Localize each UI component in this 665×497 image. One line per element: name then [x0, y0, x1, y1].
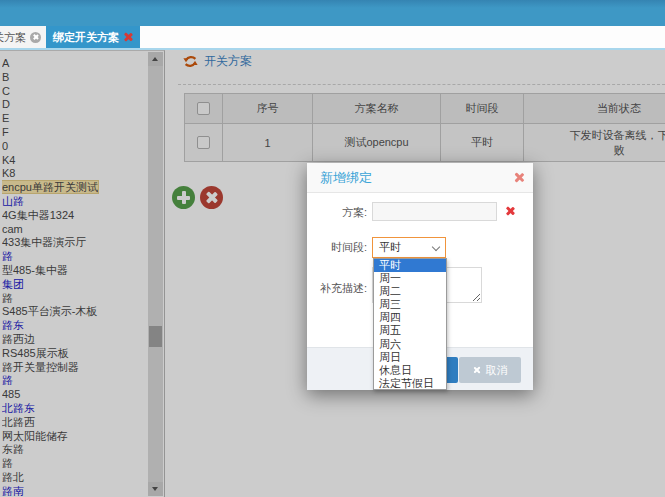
- tab-close-icon[interactable]: [123, 32, 133, 42]
- dropdown-option[interactable]: 周六: [374, 338, 446, 351]
- cancel-button[interactable]: 取消: [459, 357, 521, 383]
- chevron-down-icon: [432, 243, 440, 251]
- dropdown-option[interactable]: 周三: [374, 298, 446, 311]
- new-binding-dialog: 新增绑定 方案: 时间段: 平时 补充描述: 取消 平时周一周二周三周四周五周六…: [307, 163, 533, 390]
- tab-label: 绑定开关方案: [53, 26, 119, 48]
- period-select-value: 平时: [379, 241, 401, 253]
- dropdown-option[interactable]: 周五: [374, 324, 446, 337]
- dropdown-option[interactable]: 法定节假日: [374, 377, 446, 390]
- dropdown-option[interactable]: 周四: [374, 311, 446, 324]
- dialog-close-icon[interactable]: [513, 172, 524, 183]
- period-select[interactable]: 平时: [372, 237, 446, 258]
- dialog-header: 新增绑定: [307, 163, 533, 193]
- tab-label: 关方案: [0, 26, 26, 48]
- cancel-x-icon: [473, 366, 481, 374]
- dropdown-option[interactable]: 周二: [374, 285, 446, 298]
- dropdown-option[interactable]: 周日: [374, 351, 446, 364]
- tab-strip: 关方案 绑定开关方案: [0, 26, 665, 50]
- tab-close-icon[interactable]: [30, 32, 41, 43]
- period-dropdown: 平时周一周二周三周四周五周六周日休息日法定节假日: [373, 258, 447, 390]
- top-navigation-bar: [0, 0, 665, 26]
- dropdown-option[interactable]: 平时: [374, 259, 446, 272]
- tab-switch-plan[interactable]: 关方案: [0, 26, 48, 48]
- desc-field-label: 补充描述:: [307, 281, 367, 296]
- cancel-label: 取消: [486, 363, 508, 378]
- period-field-label: 时间段:: [307, 240, 367, 255]
- dialog-title: 新增绑定: [320, 163, 372, 193]
- required-icon: [505, 206, 515, 216]
- plan-input[interactable]: [372, 202, 497, 221]
- tab-bind-switch-plan[interactable]: 绑定开关方案: [46, 26, 140, 48]
- app-window: 关方案 绑定开关方案 ABCDEF0K4K8encpu单路开关测试山路4G集中器…: [0, 0, 665, 497]
- dropdown-option[interactable]: 周一: [374, 272, 446, 285]
- plan-field-label: 方案:: [307, 205, 367, 220]
- dropdown-option[interactable]: 休息日: [374, 364, 446, 377]
